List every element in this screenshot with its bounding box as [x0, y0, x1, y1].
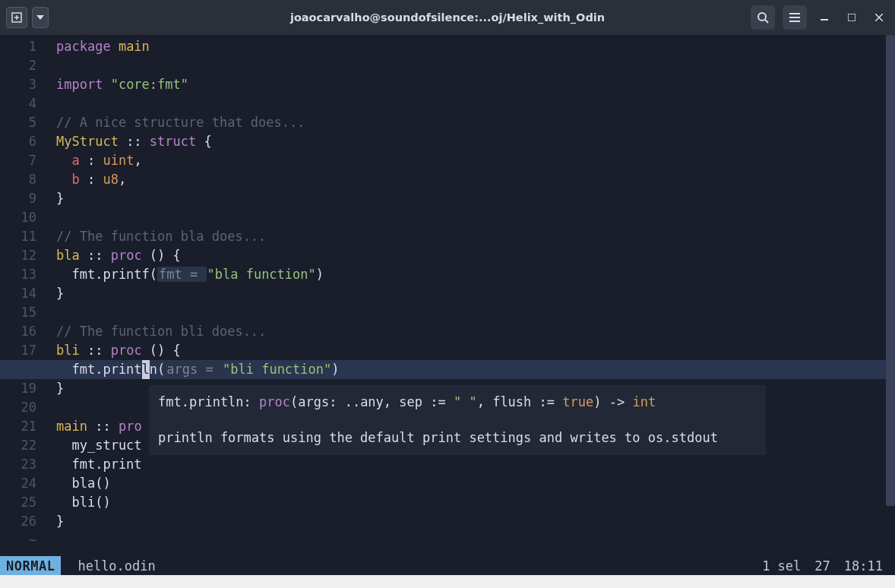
dropdown-button[interactable] — [32, 7, 49, 28]
line-number: 1 — [0, 37, 46, 56]
new-tab-button[interactable] — [6, 7, 27, 28]
line-number: 20 — [0, 398, 46, 417]
line-number: 25 — [0, 493, 46, 512]
line-number: 24 — [0, 474, 46, 493]
window-title: joaocarvalho@soundofsilence:...oj/Helix_… — [290, 11, 605, 24]
line-number: 16 — [0, 322, 46, 341]
titlebar: joaocarvalho@soundofsilence:...oj/Helix_… — [0, 0, 895, 35]
code-line[interactable]: package main — [46, 37, 895, 56]
close-button[interactable] — [869, 8, 889, 27]
line-number: 10 — [0, 208, 46, 227]
svg-rect-10 — [848, 14, 855, 21]
scrollbar[interactable] — [886, 35, 895, 556]
line-number: 13 — [0, 265, 46, 284]
code-line[interactable]: b : u8, — [46, 170, 895, 189]
tooltip-signature: fmt.println: proc(args: ..any, sep := " … — [158, 393, 757, 412]
line-number: 15 — [0, 303, 46, 322]
code-line[interactable]: MyStruct :: struct { — [46, 132, 895, 151]
scrollbar-thumb[interactable] — [886, 35, 895, 506]
line-number: 8 — [0, 170, 46, 189]
code-line[interactable]: bli :: proc () { — [46, 341, 895, 360]
maximize-button[interactable] — [842, 8, 862, 27]
line-number: 4 — [0, 94, 46, 113]
status-filename: hello.odin — [61, 558, 155, 574]
line-number: 7 — [0, 151, 46, 170]
code-line[interactable]: fmt.println(args = "bli function") — [46, 360, 895, 379]
search-button[interactable] — [751, 5, 775, 30]
code-line[interactable]: import "core:fmt" — [46, 75, 895, 94]
code-line[interactable]: } — [46, 284, 895, 303]
tooltip-doc: println formats using the default print … — [158, 428, 757, 447]
line-number: 23 — [0, 455, 46, 474]
code-line[interactable]: fmt.print — [46, 455, 895, 474]
gutter-tilde: ~ — [0, 531, 46, 550]
status-selection: 1 sel — [762, 558, 801, 574]
menu-button[interactable] — [783, 5, 807, 30]
line-number: 21 — [0, 417, 46, 436]
line-number: 9 — [0, 189, 46, 208]
code-line[interactable] — [46, 303, 895, 322]
code-line[interactable]: } — [46, 512, 895, 531]
code-line[interactable]: bla() — [46, 474, 895, 493]
svg-line-5 — [765, 20, 768, 23]
line-number: 5 — [0, 113, 46, 132]
code-line[interactable]: // A nice structure that does... — [46, 113, 895, 132]
line-number: 11 — [0, 227, 46, 246]
code-line[interactable]: a : uint, — [46, 151, 895, 170]
svg-marker-3 — [36, 15, 44, 20]
line-number: 26 — [0, 512, 46, 531]
signature-tooltip: fmt.println: proc(args: ..any, sep := " … — [149, 385, 766, 455]
code-line[interactable] — [46, 56, 895, 75]
minimize-button[interactable] — [814, 8, 834, 27]
status-linecount: 27 — [814, 558, 830, 574]
line-number: 6 — [0, 132, 46, 151]
svg-point-4 — [758, 13, 766, 21]
code-line[interactable]: fmt.printf(fmt = "bla function") — [46, 265, 895, 284]
line-number: 22 — [0, 436, 46, 455]
editor-mode: NORMAL — [0, 556, 61, 575]
line-number: 12 — [0, 246, 46, 265]
line-number: 2 — [0, 56, 46, 75]
code-area[interactable]: package mainimport "core:fmt"// A nice s… — [46, 35, 895, 556]
line-number: 19 — [0, 379, 46, 398]
editor[interactable]: 1234567891011121314151617181920212223242… — [0, 35, 895, 556]
code-line[interactable]: bli() — [46, 493, 895, 512]
code-line[interactable]: // The function bli does... — [46, 322, 895, 341]
terminal-window: joaocarvalho@soundofsilence:...oj/Helix_… — [0, 0, 895, 575]
code-line[interactable] — [46, 208, 895, 227]
code-line[interactable]: // The function bla does... — [46, 227, 895, 246]
line-number: 3 — [0, 75, 46, 94]
status-position: 18:11 — [844, 558, 883, 574]
line-gutter: 1234567891011121314151617181920212223242… — [0, 35, 46, 556]
code-line[interactable]: bla :: proc () { — [46, 246, 895, 265]
code-line[interactable] — [46, 94, 895, 113]
line-number: 14 — [0, 284, 46, 303]
code-line[interactable]: } — [46, 189, 895, 208]
statusbar: NORMAL hello.odin 1 sel 27 18:11 — [0, 556, 895, 575]
line-number: 17 — [0, 341, 46, 360]
